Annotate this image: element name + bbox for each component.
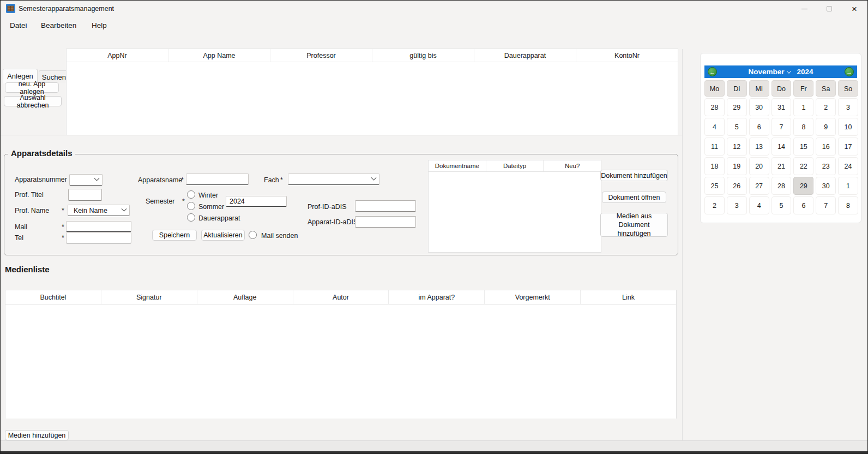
calendar-day[interactable]: 27 [749, 177, 769, 195]
mail-senden-radio[interactable] [249, 231, 257, 239]
calendar-day[interactable]: 24 [838, 157, 858, 175]
calendar-day[interactable]: 7 [816, 196, 836, 214]
winter-radio[interactable] [187, 190, 195, 199]
calendar-day[interactable]: 4 [704, 118, 725, 136]
new-app-button[interactable]: neu. App anlegen [5, 82, 59, 93]
app-table-col-appnr[interactable]: AppNr [67, 49, 168, 62]
details-legend: Apparatsdetails [8, 148, 75, 158]
calendar-day[interactable]: 25 [704, 177, 725, 195]
close-icon: × [852, 4, 857, 14]
media-col-buchtitel[interactable]: Buchtitel [5, 290, 101, 304]
cancel-selection-button[interactable]: Auswahl abbrechen [4, 96, 62, 106]
apparatsnummer-combobox[interactable] [69, 174, 103, 186]
prof-name-combobox[interactable]: Kein Name [68, 205, 130, 216]
calendar-day[interactable]: 17 [838, 138, 858, 156]
calendar-day[interactable]: 28 [704, 98, 725, 116]
calendar-day[interactable]: 19 [727, 157, 747, 175]
calendar-day[interactable]: 1 [793, 98, 813, 116]
calendar-day[interactable]: 11 [704, 138, 725, 156]
prof-titel-input[interactable] [68, 189, 102, 201]
calendar-month-year[interactable]: November 2024 [748, 68, 813, 76]
dokument-oeffnen-button[interactable]: Dokument öffnen [602, 192, 666, 203]
prev-month-button[interactable]: ← [708, 67, 717, 76]
calendar-day[interactable]: 13 [749, 138, 769, 156]
status-strip [1, 440, 867, 451]
calendar-day-header: Mi [749, 80, 769, 97]
calendar-day[interactable]: 29 [727, 98, 747, 116]
calendar-day[interactable]: 28 [771, 177, 792, 195]
calendar-day[interactable]: 8 [838, 196, 858, 214]
calendar-day[interactable]: 16 [816, 138, 836, 156]
app-table-col-dauerapparat[interactable]: Dauerapparat [474, 49, 576, 62]
app-table-col-kontonr[interactable]: KontoNr [576, 49, 678, 62]
prof-name-label: Prof. Name [15, 207, 49, 214]
calendar-day[interactable]: 7 [771, 118, 792, 136]
next-month-button[interactable]: → [845, 67, 854, 76]
calendar-day[interactable]: 3 [838, 98, 858, 116]
calendar-day[interactable]: 18 [704, 157, 725, 175]
calendar-day[interactable]: 30 [816, 177, 836, 195]
apparat-id-adis-input[interactable] [355, 216, 416, 228]
calendar-grid: MoDiMiDoFrSaSo28293031123456789101112131… [704, 80, 858, 214]
calendar-day-header: So [838, 80, 858, 97]
close-button[interactable]: × [842, 1, 867, 17]
calendar-day[interactable]: 10 [838, 118, 858, 136]
calendar-day[interactable]: 3 [727, 196, 747, 214]
calendar-day[interactable]: 22 [793, 157, 813, 175]
tel-input[interactable] [66, 232, 131, 243]
app-table-col-appname[interactable]: App Name [168, 49, 270, 62]
calendar-day[interactable]: 21 [771, 157, 792, 175]
aktualisieren-button[interactable]: Aktualisieren [201, 230, 245, 241]
app-table-col-professor[interactable]: Professor [270, 49, 372, 62]
calendar-day[interactable]: 14 [771, 138, 792, 156]
media-col-autor[interactable]: Autor [293, 290, 389, 304]
calendar-day[interactable]: 26 [727, 177, 747, 195]
media-col-link[interactable]: Link [581, 290, 676, 304]
speichern-button[interactable]: Speichern [152, 230, 197, 241]
fach-combobox[interactable] [288, 174, 379, 185]
prof-id-adis-input[interactable] [355, 200, 416, 212]
calendar-day[interactable]: 9 [816, 118, 836, 136]
documents-col-dokumentname[interactable]: Dokumentname [429, 160, 486, 171]
menu-item-help[interactable]: Help [89, 20, 109, 31]
calendar-day[interactable]: 23 [816, 157, 836, 175]
documents-col-dateityp[interactable]: Dateityp [486, 160, 544, 171]
dokument-hinzufuegen-button[interactable]: Dokument hinzufügen [600, 170, 668, 181]
prof-name-value: Kein Name [74, 207, 107, 214]
menu-item-bearbeiten[interactable]: Bearbeiten [39, 20, 79, 31]
apparatsname-input[interactable] [186, 174, 249, 185]
documents-col-neu[interactable]: Neu? [544, 160, 601, 171]
calendar-day[interactable]: 1 [838, 177, 858, 195]
semester-year-input[interactable] [226, 196, 287, 207]
media-col-vorgemerkt[interactable]: Vorgemerkt [485, 290, 581, 304]
calendar-day[interactable]: 15 [793, 138, 813, 156]
mail-input[interactable] [66, 221, 131, 232]
calendar-day[interactable]: 5 [727, 118, 747, 136]
window-bottom-edge [1, 451, 867, 454]
medien-aus-dokument-button[interactable]: Medien aus Dokument hinzufügen [600, 213, 668, 237]
media-col-auflage[interactable]: Auflage [197, 290, 293, 304]
dauerapparat-radio[interactable] [187, 213, 195, 222]
calendar-day[interactable]: 2 [816, 98, 836, 116]
media-col-im-apparat[interactable]: im Apparat? [389, 290, 485, 304]
calendar-day[interactable]: 12 [727, 138, 747, 156]
minimize-button[interactable] [792, 1, 817, 17]
calendar-day[interactable]: 30 [749, 98, 769, 116]
calendar-day[interactable]: 5 [771, 196, 792, 214]
semester-required-marker: * [182, 198, 185, 205]
calendar-day[interactable]: 31 [771, 98, 792, 116]
calendar-day[interactable]: 4 [749, 196, 769, 214]
calendar-day[interactable]: 8 [793, 118, 813, 136]
calendar-day[interactable]: 2 [704, 196, 725, 214]
sommer-radio[interactable] [187, 202, 195, 210]
calendar-day[interactable]: 29 [793, 177, 813, 195]
fach-required-marker: * [280, 176, 283, 184]
calendar-day[interactable]: 20 [749, 157, 769, 175]
menu-item-datei[interactable]: Datei [8, 20, 29, 31]
app-table-col-gueltig-bis[interactable]: gültig bis [372, 49, 474, 62]
calendar-day[interactable]: 6 [749, 118, 769, 136]
calendar-day[interactable]: 6 [793, 196, 813, 214]
medien-hinzufuegen-button[interactable]: Medien hinzufügen [5, 430, 69, 440]
media-col-signatur[interactable]: Signatur [101, 290, 197, 304]
maximize-button[interactable] [817, 1, 842, 17]
